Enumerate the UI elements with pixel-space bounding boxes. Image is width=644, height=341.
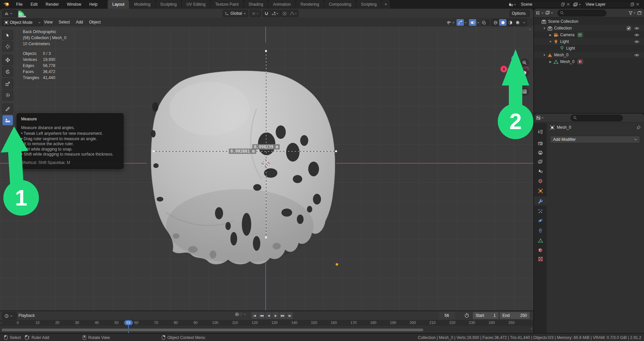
- viewport-menu-add[interactable]: Add: [73, 20, 86, 24]
- collapse-icon[interactable]: ▼: [542, 27, 547, 30]
- snap-magnet-icon[interactable]: [263, 10, 270, 17]
- ruler-endpoint[interactable]: [265, 50, 267, 52]
- mode-selector[interactable]: Object Mode: [2, 19, 43, 26]
- play-button[interactable]: ▶: [272, 312, 279, 319]
- properties-tab-material[interactable]: [534, 245, 547, 254]
- ruler-endpoint[interactable]: [153, 150, 155, 152]
- timeline-editor-type-dropdown[interactable]: [2, 312, 17, 320]
- eye-icon[interactable]: [634, 53, 639, 57]
- viewport-3d[interactable]: 0.998239 m 0.992881 m Back Orthographic …: [0, 26, 533, 310]
- expand-icon[interactable]: ▶: [548, 34, 553, 37]
- auto-keying-toggle[interactable]: [235, 312, 243, 317]
- new-collection-button[interactable]: [637, 11, 642, 15]
- tool-move-button[interactable]: [2, 55, 13, 65]
- properties-tab-texture[interactable]: [534, 254, 547, 264]
- properties-tab-modifiers[interactable]: [534, 196, 547, 206]
- outliner-row-light[interactable]: Light: [534, 45, 644, 52]
- tool-annotate-button[interactable]: [2, 104, 13, 114]
- outliner-row-mesh_0[interactable]: ▼Mesh_0: [534, 52, 644, 58]
- breadcrumb-object-name[interactable]: Mesh_0: [557, 125, 571, 130]
- properties-tab-world[interactable]: [534, 176, 547, 185]
- pin-icon[interactable]: [637, 125, 641, 130]
- current-frame-field[interactable]: 56: [439, 312, 455, 319]
- view-layer-selector[interactable]: View Layer ✕: [582, 1, 641, 8]
- close-icon[interactable]: ✕: [634, 2, 639, 7]
- outliner-item-label[interactable]: Light: [559, 39, 569, 44]
- options-dropdown[interactable]: Options: [509, 10, 530, 17]
- skull-mesh[interactable]: [146, 68, 339, 268]
- outliner-search-input[interactable]: [557, 10, 606, 16]
- tool-select-box-button[interactable]: [2, 30, 13, 40]
- outliner-row-collection[interactable]: ▼Collection: [534, 25, 644, 32]
- close-icon[interactable]: ✕: [565, 2, 570, 7]
- shading-material-button[interactable]: [506, 19, 514, 26]
- outliner-filter-mode-dropdown[interactable]: [545, 11, 553, 15]
- outliner-display-mode-dropdown[interactable]: [536, 11, 544, 15]
- tool-cursor-button[interactable]: [2, 41, 13, 52]
- overlays-dropdown[interactable]: [469, 19, 479, 26]
- scene-icon[interactable]: [508, 2, 516, 7]
- pivot-point-dropdown[interactable]: [250, 10, 261, 17]
- tab-shading[interactable]: Shading: [244, 0, 268, 9]
- snap-target-dropdown[interactable]: [270, 10, 280, 17]
- outliner-item-label[interactable]: Camera: [559, 33, 575, 37]
- gizmos-dropdown[interactable]: [457, 19, 467, 26]
- menu-file[interactable]: File: [12, 2, 26, 7]
- outliner-item-label[interactable]: Scene Collection: [547, 19, 578, 24]
- tab-scripting[interactable]: Scripting: [356, 0, 382, 9]
- add-modifier-dropdown[interactable]: Add Modifier: [550, 136, 640, 143]
- properties-tab-object[interactable]: [534, 186, 547, 195]
- editor-type-dropdown[interactable]: [2, 10, 17, 17]
- eye-icon[interactable]: [634, 40, 639, 44]
- outliner-row-light[interactable]: ▼Light: [534, 38, 644, 45]
- jump-to-end-button[interactable]: ▶|: [286, 312, 293, 319]
- eye-icon[interactable]: [634, 26, 639, 30]
- auto-keying-dropdown[interactable]: [244, 314, 246, 315]
- next-keyframe-button[interactable]: ▶▶: [279, 312, 286, 319]
- viewport-menu-view[interactable]: View: [41, 20, 56, 24]
- collapse-icon[interactable]: ▼: [548, 40, 553, 43]
- expand-channels-icon[interactable]: ›: [1, 321, 2, 325]
- properties-tab-output[interactable]: [534, 148, 547, 157]
- ruler-endpoint[interactable]: [335, 150, 337, 152]
- view-layer-icon[interactable]: [573, 2, 581, 7]
- material-data-badge[interactable]: [577, 59, 583, 64]
- copy-icon[interactable]: [631, 2, 634, 6]
- timeline-h-scrollbar[interactable]: [2, 329, 423, 331]
- properties-tab-constraints[interactable]: [534, 226, 547, 235]
- use-preview-range-icon[interactable]: [464, 313, 469, 318]
- frame-start-field[interactable]: Start 1: [473, 312, 499, 319]
- tool-rotate-button[interactable]: [2, 66, 13, 77]
- jump-to-start-button[interactable]: |◀: [251, 312, 258, 319]
- active-tool-measure-icon[interactable]: [17, 9, 27, 18]
- add-workspace-button[interactable]: +: [382, 0, 390, 9]
- tab-animation[interactable]: Animation: [268, 0, 296, 9]
- shading-solid-button[interactable]: [499, 19, 506, 26]
- tool-scale-button[interactable]: [2, 78, 13, 89]
- collapse-sidebar-icon[interactable]: ‹: [529, 27, 531, 31]
- collapse-icon[interactable]: ▼: [542, 54, 547, 57]
- properties-tab-particles[interactable]: [534, 207, 547, 216]
- properties-tab-object-data[interactable]: [534, 236, 547, 245]
- frame-end-field[interactable]: End 250: [499, 312, 530, 319]
- outliner-item-label[interactable]: Mesh_0: [553, 53, 569, 57]
- outliner-row-scene-collection[interactable]: Scene Collection: [534, 18, 644, 25]
- scene-name[interactable]: Scene: [520, 2, 561, 7]
- camera-data-badge[interactable]: [577, 32, 583, 38]
- outliner-row-mesh_0[interactable]: ▶Mesh_0: [534, 58, 644, 65]
- eye-icon[interactable]: [634, 33, 639, 37]
- tab-compositing[interactable]: Compositing: [324, 0, 356, 9]
- falloff-dropdown[interactable]: [288, 10, 298, 17]
- menu-help[interactable]: Help: [85, 2, 102, 7]
- object-visibility-dropdown[interactable]: [446, 20, 454, 25]
- properties-tab-physics[interactable]: [534, 216, 547, 225]
- tab-texture-paint[interactable]: Texture Paint: [211, 0, 244, 9]
- tab-uv-editing[interactable]: UV Editing: [182, 0, 211, 9]
- copy-icon[interactable]: [561, 2, 565, 6]
- proportional-edit-icon[interactable]: [281, 10, 288, 17]
- outliner-item-label[interactable]: Mesh_0: [559, 59, 575, 64]
- shading-dropdown[interactable]: [521, 19, 527, 26]
- view-layer-name[interactable]: View Layer: [584, 2, 631, 7]
- play-reverse-button[interactable]: ◀: [265, 312, 272, 319]
- viewport-menu-select[interactable]: Select: [56, 20, 73, 24]
